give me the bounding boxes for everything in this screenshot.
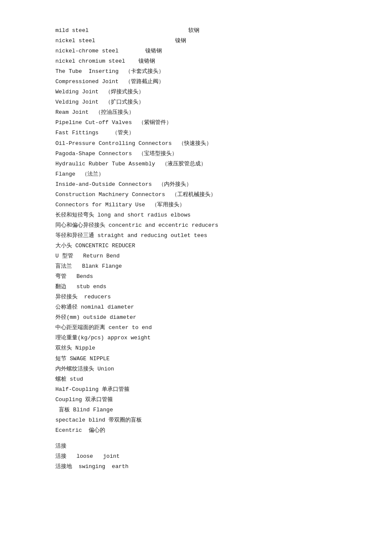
line-22: 大小头 CONCENTRIC REDUCER	[55, 241, 337, 251]
line-43: 活接地 swinging earth	[55, 462, 337, 472]
line-13: Pagoda-Shape Connectors （宝塔型接头）	[55, 149, 337, 159]
line-10: Pipeline Cut-off Valves （紫铜管件）	[55, 118, 337, 128]
main-content: mild steel 软钢nickel steel 镍钢nickel-chrom…	[55, 26, 337, 472]
line-5: The Tube Inserting （卡套式接头）	[55, 66, 337, 77]
line-29: 外径(mm) outside diameter	[55, 312, 337, 323]
line-14: Hydraulic Rubber Tube Assembly （液压胶管总成）	[55, 159, 337, 169]
line-7: Welding Joint （焊接式接头）	[55, 87, 337, 97]
line-2: nickel steel 镍钢	[55, 36, 337, 46]
line-21: 等径和异径三通 straight and reducing outlet tee…	[55, 231, 337, 241]
line-18: Connectors for Military Use （军用接头）	[55, 200, 337, 210]
line-30: 中心距至端面的距离 center to end	[55, 323, 337, 333]
line-34: 内外螺纹活接头 Union	[55, 364, 337, 374]
line-20: 同心和偏心异径接头 concentric and eccentric reduc…	[55, 220, 337, 231]
line-35: 螺桩 stud	[55, 374, 337, 384]
line-38: 盲板 Blind Flange	[55, 405, 337, 415]
line-39: spectacle blind 带双圈的盲板	[55, 415, 337, 425]
line-19: 长径和短径弯头 long and short radius elbows	[55, 210, 337, 220]
line-25: 弯管 Bends	[55, 272, 337, 282]
line-16: Inside-and-Outside Connectors （内外接头）	[55, 179, 337, 190]
line-26: 翻边 stub ends	[55, 282, 337, 292]
line-1: mild steel 软钢	[55, 26, 337, 36]
line-24: 盲法兰 Blank Flange	[55, 261, 337, 272]
line-37: Coupling 双承口管箍	[55, 395, 337, 405]
line-31: 理论重量(kg/pcs) approx weight	[55, 333, 337, 343]
line-3: nickel-chrome steel 镍铬钢	[55, 46, 337, 56]
line-11: Fast Fittings （管夹）	[55, 128, 337, 138]
line-36: Half-Coupling 单承口管箍	[55, 384, 337, 395]
line-28: 公称通径 nominal diameter	[55, 302, 337, 312]
line-8: Velding Joint （扩口式接头）	[55, 97, 337, 107]
line-40: Ecentric 偏心的	[55, 425, 337, 436]
line-17: Construction Machinery Connectors （工程机械接…	[55, 190, 337, 200]
line-27: 异径接头 reducers	[55, 292, 337, 302]
line-42: 活接 loose joint	[55, 451, 337, 462]
line-9: Ream Joint （控油压接头）	[55, 107, 337, 118]
line-6: Compressioned Joint （管路截止阀）	[55, 77, 337, 87]
line-41: 活接	[55, 441, 337, 451]
line-33: 短节 SWAGE NIPPLE	[55, 354, 337, 364]
spacer-1	[55, 436, 337, 441]
line-15: Flange （法兰）	[55, 169, 337, 179]
line-12: Oil-Pressure Controlling Connectors （快速接…	[55, 139, 337, 149]
line-4: nickel chromium steel 镍铬钢	[55, 56, 337, 66]
line-32: 双丝头 Nipple	[55, 343, 337, 353]
line-23: U 型管 Return Bend	[55, 251, 337, 261]
